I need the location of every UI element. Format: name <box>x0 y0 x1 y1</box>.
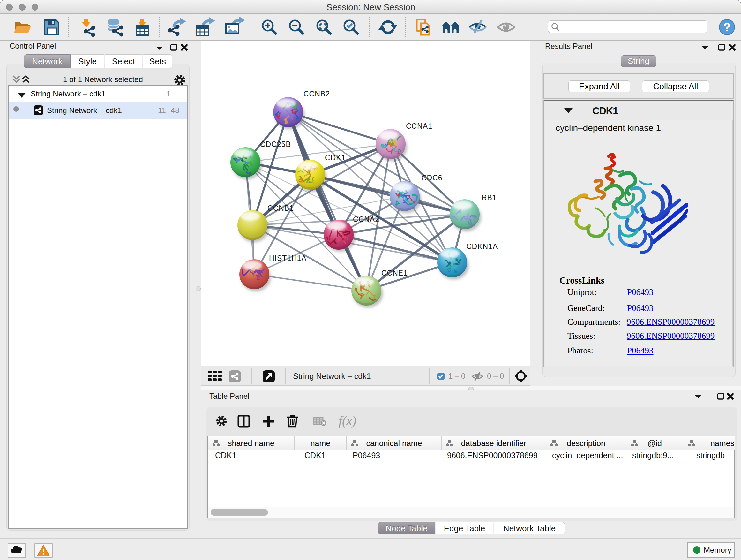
svg-text:CCNA1: CCNA1 <box>406 122 432 130</box>
svg-text:?: ? <box>724 21 731 34</box>
svg-text:CCNE1: CCNE1 <box>381 269 408 277</box>
svg-text:RB1: RB1 <box>482 193 497 202</box>
svg-text:CCNB1: CCNB1 <box>267 204 294 212</box>
svg-text:CDC6: CDC6 <box>421 174 443 182</box>
svg-text:CDC25B: CDC25B <box>260 140 291 148</box>
svg-text:CDKN1A: CDKN1A <box>466 242 498 251</box>
svg-text:CDK1: CDK1 <box>325 153 346 162</box>
svg-text:HIST1H1A: HIST1H1A <box>269 254 307 262</box>
svg-text:CCNA2: CCNA2 <box>353 215 380 224</box>
svg-text:CCNB2: CCNB2 <box>304 90 330 98</box>
svg-text:f(x): f(x) <box>339 414 356 428</box>
